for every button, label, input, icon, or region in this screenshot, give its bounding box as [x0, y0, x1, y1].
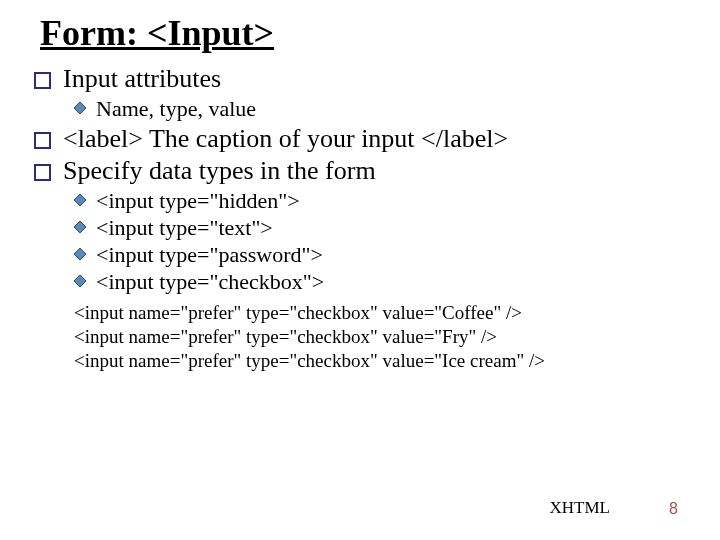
slide: Form: <Input> Input attributes Name, typ…: [0, 0, 720, 540]
subbullet-checkbox: <input type="checkbox">: [74, 269, 690, 295]
bullet-specify-types: Specify data types in the form: [34, 156, 690, 186]
subbullet-hidden: <input type="hidden">: [74, 188, 690, 214]
diamond-bullet-icon: [74, 194, 86, 206]
diamond-bullet-icon: [74, 275, 86, 287]
svg-marker-0: [74, 102, 86, 114]
square-bullet-icon: [34, 72, 51, 89]
bullet-text: Input attributes: [63, 64, 221, 94]
diamond-bullet-icon: [74, 221, 86, 233]
bullet-text: <input type="checkbox">: [96, 269, 324, 295]
svg-marker-3: [74, 248, 86, 260]
subbullet-password: <input type="password">: [74, 242, 690, 268]
bullet-text: Specify data types in the form: [63, 156, 376, 186]
footer-label: XHTML: [550, 498, 610, 518]
bullet-label-caption: <label> The caption of your input </labe…: [34, 124, 690, 154]
slide-title: Form: <Input>: [40, 12, 690, 54]
code-line: <input name="prefer" type="checkbox" val…: [74, 349, 690, 373]
code-example: <input name="prefer" type="checkbox" val…: [74, 301, 690, 372]
code-line: <input name="prefer" type="checkbox" val…: [74, 325, 690, 349]
bullet-text: <input type="text">: [96, 215, 273, 241]
bullet-text: <label> The caption of your input </labe…: [63, 124, 508, 154]
svg-marker-2: [74, 221, 86, 233]
bullet-text: <input type="hidden">: [96, 188, 300, 214]
diamond-bullet-icon: [74, 248, 86, 260]
bullet-input-attributes: Input attributes: [34, 64, 690, 94]
subbullet-name-type-value: Name, type, value: [74, 96, 690, 122]
diamond-bullet-icon: [74, 102, 86, 114]
subbullet-text: <input type="text">: [74, 215, 690, 241]
square-bullet-icon: [34, 132, 51, 149]
code-line: <input name="prefer" type="checkbox" val…: [74, 301, 690, 325]
square-bullet-icon: [34, 164, 51, 181]
svg-marker-4: [74, 275, 86, 287]
page-number: 8: [669, 500, 678, 518]
svg-marker-1: [74, 194, 86, 206]
bullet-text: Name, type, value: [96, 96, 256, 122]
bullet-text: <input type="password">: [96, 242, 323, 268]
